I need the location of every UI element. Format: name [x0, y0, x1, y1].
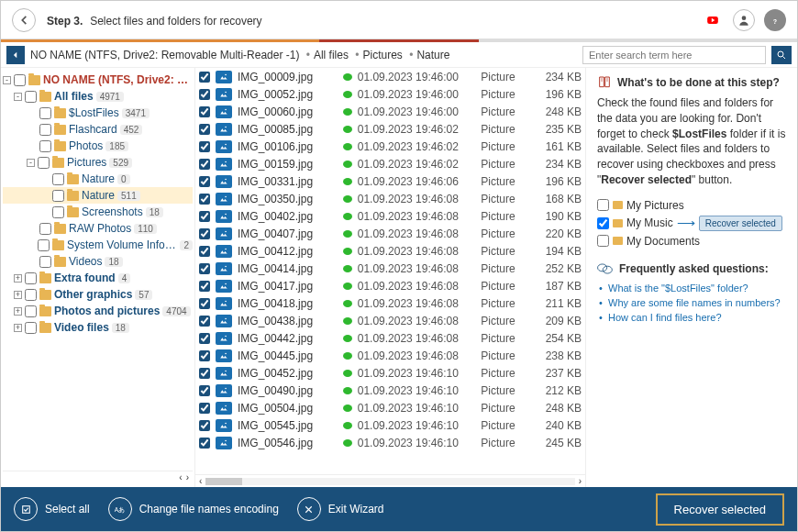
file-checkbox[interactable] — [199, 176, 210, 187]
file-checkbox[interactable] — [199, 228, 210, 239]
file-checkbox[interactable] — [199, 385, 210, 396]
exit-wizard-button[interactable]: Exit Wizard — [297, 497, 384, 521]
tree-item[interactable]: -Pictures529 — [3, 154, 193, 171]
tree-checkbox[interactable] — [52, 190, 64, 202]
file-checkbox[interactable] — [199, 438, 210, 449]
file-row[interactable]: IMG_00418.jpg01.09.2023 19:46:08Picture2… — [195, 294, 585, 312]
filelist-hscroll[interactable]: ‹› — [195, 474, 585, 487]
tree-checkbox[interactable] — [25, 305, 37, 317]
tree-checkbox[interactable] — [39, 140, 51, 152]
tree-item[interactable]: +Photos and pictures4704 — [3, 303, 193, 319]
file-checkbox[interactable] — [199, 298, 210, 309]
file-row[interactable]: IMG_00159.jpg01.09.2023 19:46:02Picture2… — [195, 155, 585, 172]
tree-item[interactable]: +Other graphics57 — [3, 286, 193, 303]
file-checkbox[interactable] — [199, 263, 210, 274]
tree-checkbox[interactable] — [38, 239, 50, 251]
file-row[interactable]: IMG_00452.jpg01.09.2023 19:46:10Picture2… — [195, 364, 585, 382]
svg-point-1 — [742, 16, 747, 20]
file-checkbox[interactable] — [199, 124, 210, 135]
file-row[interactable]: IMG_00052.jpg01.09.2023 19:46:00Picture1… — [195, 85, 585, 103]
search-button[interactable] — [771, 46, 792, 64]
file-checkbox[interactable] — [199, 420, 210, 431]
tree-checkbox[interactable] — [52, 206, 64, 218]
file-name: IMG_00350.jpg — [238, 193, 338, 205]
file-row[interactable]: IMG_00106.jpg01.09.2023 19:46:02Picture1… — [195, 138, 585, 155]
breadcrumb-back-button[interactable] — [6, 46, 25, 64]
tree-item[interactable]: Photos185 — [3, 138, 193, 154]
tree-item[interactable]: Nature511 — [3, 187, 193, 204]
tree-checkbox[interactable] — [14, 74, 26, 86]
file-row[interactable]: IMG_00402.jpg01.09.2023 19:46:08Picture1… — [195, 207, 585, 225]
tree-item[interactable]: +Video files18 — [3, 319, 193, 336]
file-checkbox[interactable] — [199, 333, 210, 344]
file-checkbox[interactable] — [199, 368, 210, 379]
file-checkbox[interactable] — [199, 106, 210, 117]
help-icon[interactable]: ? — [764, 9, 786, 31]
tree-checkbox[interactable] — [39, 107, 51, 119]
file-row[interactable]: IMG_00545.jpg01.09.2023 19:46:10Picture2… — [195, 416, 585, 434]
wizard-header: Step 3. Select files and folders for rec… — [1, 1, 797, 39]
tree-hscroll[interactable]: ‹› — [3, 471, 193, 483]
file-row[interactable]: IMG_00407.jpg01.09.2023 19:46:08Picture2… — [195, 225, 585, 242]
recover-selected-button[interactable]: Recover selected — [656, 493, 784, 526]
faq-link[interactable]: How can I find files here? — [597, 310, 786, 325]
tree-checkbox[interactable] — [52, 173, 64, 185]
tree-checkbox[interactable] — [39, 256, 51, 268]
file-checkbox[interactable] — [199, 72, 210, 83]
file-name: IMG_00504.jpg — [238, 402, 338, 415]
file-row[interactable]: IMG_00350.jpg01.09.2023 19:46:08Picture1… — [195, 190, 585, 207]
tree-item[interactable]: Nature0 — [3, 171, 193, 187]
file-name: IMG_00009.jpg — [238, 71, 338, 83]
tree-checkbox[interactable] — [25, 289, 37, 301]
back-button[interactable] — [12, 8, 36, 32]
tree-item[interactable]: Videos18 — [3, 253, 193, 270]
status-dot — [343, 213, 352, 220]
tree-item[interactable]: +Extra found4 — [3, 270, 193, 286]
file-checkbox[interactable] — [199, 141, 210, 152]
file-checkbox[interactable] — [199, 316, 210, 327]
tree-checkbox[interactable] — [38, 157, 50, 169]
search-input[interactable] — [582, 46, 766, 64]
faq-link[interactable]: What is the "$LostFiles" folder? — [597, 281, 786, 295]
file-row[interactable]: IMG_00442.jpg01.09.2023 19:46:08Picture2… — [195, 329, 585, 347]
file-row[interactable]: IMG_00417.jpg01.09.2023 19:46:08Picture1… — [195, 277, 585, 294]
file-checkbox[interactable] — [199, 403, 210, 414]
tree-checkbox[interactable] — [25, 91, 37, 103]
tree-checkbox[interactable] — [25, 322, 37, 334]
file-row[interactable]: IMG_00414.jpg01.09.2023 19:46:08Picture2… — [195, 260, 585, 277]
tree-item[interactable]: Screenshots18 — [3, 204, 193, 220]
file-row[interactable]: IMG_00438.jpg01.09.2023 19:46:08Picture2… — [195, 312, 585, 329]
file-row[interactable]: IMG_00009.jpg01.09.2023 19:46:00Picture2… — [195, 68, 585, 85]
breadcrumb-path[interactable]: NO NAME (NTFS, Drive2: Removable Multi-R… — [30, 49, 577, 61]
tree-item[interactable]: $LostFiles3471 — [3, 105, 193, 121]
file-type: Picture — [481, 419, 530, 432]
youtube-icon[interactable] — [702, 9, 724, 31]
tree-root[interactable]: - NO NAME (NTFS, Drive2: Remov — [3, 72, 193, 88]
file-row[interactable]: IMG_00331.jpg01.09.2023 19:46:06Picture1… — [195, 172, 585, 190]
encoding-button[interactable]: Aあ Change file names encoding — [108, 497, 279, 521]
file-row[interactable]: IMG_00060.jpg01.09.2023 19:46:00Picture2… — [195, 103, 585, 120]
file-row[interactable]: IMG_00412.jpg01.09.2023 19:46:08Picture1… — [195, 242, 585, 260]
file-checkbox[interactable] — [199, 159, 210, 170]
file-checkbox[interactable] — [199, 350, 210, 361]
file-checkbox[interactable] — [199, 211, 210, 222]
tree-checkbox[interactable] — [39, 124, 51, 136]
file-checkbox[interactable] — [199, 246, 210, 257]
tree-item[interactable]: RAW Photos110 — [3, 220, 193, 237]
file-checkbox[interactable] — [199, 89, 210, 100]
file-row[interactable]: IMG_00085.jpg01.09.2023 19:46:02Picture2… — [195, 120, 585, 138]
file-row[interactable]: IMG_00546.jpg01.09.2023 19:46:10Picture2… — [195, 434, 585, 451]
tree-checkbox[interactable] — [39, 223, 51, 235]
file-row[interactable]: IMG_00504.jpg01.09.2023 19:46:10Picture2… — [195, 399, 585, 416]
user-icon[interactable] — [733, 9, 755, 31]
select-all-button[interactable]: Select all — [14, 497, 90, 521]
file-checkbox[interactable] — [199, 194, 210, 205]
file-checkbox[interactable] — [199, 281, 210, 292]
faq-link[interactable]: Why are some file names in numbers? — [597, 295, 786, 310]
tree-item[interactable]: Flashcard452 — [3, 121, 193, 138]
tree-checkbox[interactable] — [25, 272, 37, 284]
tree-item[interactable]: System Volume Information2 — [3, 237, 193, 253]
file-row[interactable]: IMG_00445.jpg01.09.2023 19:46:08Picture2… — [195, 347, 585, 364]
file-row[interactable]: IMG_00490.jpg01.09.2023 19:46:10Picture2… — [195, 382, 585, 399]
tree-allfiles[interactable]: - All files4971 — [3, 88, 193, 105]
